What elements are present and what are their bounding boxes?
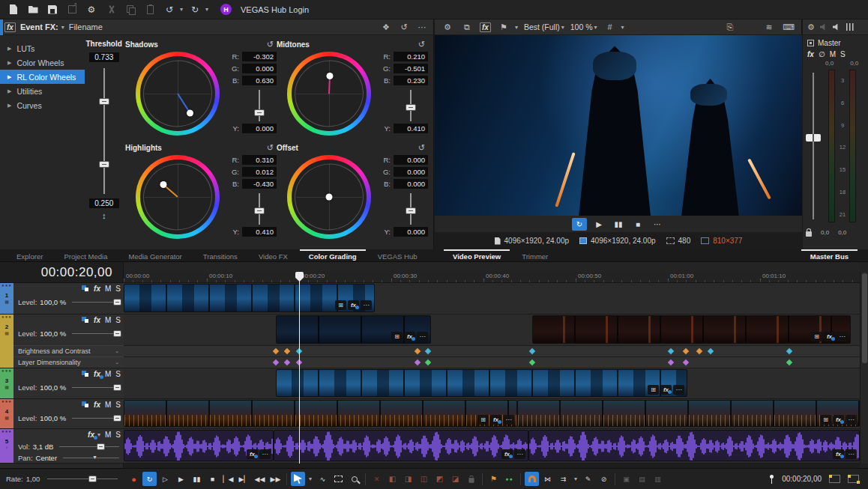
wheel-reset-icon[interactable]: ↺ [267, 143, 274, 153]
track-header-3[interactable]: ●●●3▦fxMSLevel:100,0 % [0, 368, 124, 399]
split-screen-icon[interactable]: ⧉ [460, 22, 474, 32]
keyframe-diamond[interactable] [786, 348, 792, 354]
timeline-body[interactable]: 00:00:0000:00:1000:00:2000:00:3000:00:40… [124, 262, 860, 468]
edit-tool-button[interactable] [291, 472, 305, 486]
master-phase-button[interactable]: ∅ [819, 50, 825, 58]
track-fx-button[interactable]: fx [94, 370, 100, 378]
tab-transitions[interactable]: Transitions [194, 249, 247, 262]
y-slider-handle[interactable] [406, 104, 416, 111]
lock-event-button[interactable] [464, 472, 478, 486]
mixer-settings-gear-icon[interactable]: ⚙ [807, 22, 815, 32]
compositing-mode-icon[interactable] [82, 317, 89, 324]
rate-slider-handle[interactable] [88, 476, 97, 482]
preview-play-button[interactable]: ▶ [591, 218, 606, 231]
keyframe-diamond[interactable] [668, 359, 674, 365]
plugin-row-brightness-and-contrast[interactable]: Brightness and Contrast⌄ [13, 345, 124, 356]
event-more-button[interactable]: ⋯ [417, 332, 428, 341]
track-fx-button[interactable]: fx [94, 285, 100, 293]
tab-color-grading[interactable]: Color Grading [300, 249, 366, 262]
wheel-indicator-dot[interactable] [327, 73, 334, 79]
play-from-start-button[interactable]: ▷ [158, 472, 172, 486]
event-more-button[interactable]: ⋯ [259, 449, 271, 459]
keyframe-diamond[interactable] [273, 359, 279, 365]
keyframe-diamond[interactable] [284, 359, 290, 365]
envelope-edit-tool-button[interactable]: ∿ [316, 472, 330, 486]
auto-ripple-menu-button[interactable]: ▾ [572, 472, 579, 486]
stop-button[interactable]: ■ [205, 472, 220, 486]
highlights-y-slider[interactable] [259, 193, 260, 225]
event-pan-crop-button[interactable]: ⊞ [477, 415, 489, 425]
preview-quality-select[interactable]: Best (Full)▾ [524, 22, 564, 31]
master-solo-button[interactable]: S [840, 50, 846, 58]
fader-lock-icon[interactable] [806, 231, 812, 237]
keyframe-diamond[interactable] [415, 359, 421, 365]
shadows-green-value[interactable]: 0.000 [242, 64, 277, 73]
wheel-reset-icon[interactable]: ↺ [418, 143, 425, 153]
save-project-button[interactable] [45, 3, 60, 16]
event-ungroup-button[interactable]: ▥ [651, 472, 665, 486]
project-properties-button[interactable]: ⚙ [84, 3, 99, 16]
keyframe-diamond[interactable] [415, 348, 421, 354]
track-mute-button[interactable]: M [105, 370, 111, 378]
loop-playback-button[interactable]: ↻ [142, 472, 157, 486]
rewind-button[interactable]: ◀◀ [253, 472, 267, 486]
offset-blue-value[interactable]: 0.000 [394, 179, 428, 189]
preview-mode-caret[interactable]: ▾ [515, 24, 518, 31]
tab-explorer[interactable]: Explorer [7, 249, 52, 262]
keyframe-diamond[interactable] [273, 348, 279, 354]
event-fx-button[interactable]: fx [247, 449, 258, 459]
auto-crossfade-button[interactable]: ⋈ [540, 472, 555, 486]
tab-video-fx[interactable]: Video FX [250, 249, 297, 262]
timeline-event[interactable]: ⊞fx⋯ [532, 315, 851, 344]
loop-region-button[interactable] [829, 475, 840, 483]
shadows-red-value[interactable]: -0.302 [242, 52, 277, 61]
lane-a1[interactable]: fx⋯fx⋯fx⋯ [124, 429, 860, 464]
track-color-strip[interactable]: ●●●3▦ [0, 368, 13, 398]
event-fx-dropdown-caret[interactable]: ▾ [61, 24, 64, 31]
midtones-red-value[interactable]: 0.210 [394, 52, 428, 61]
track-header-4[interactable]: ●●●4▦fxMSLevel:100,0 % [0, 399, 124, 429]
cursor-time-display[interactable]: 00:00:20,00 [0, 262, 123, 283]
redo-menu-caret[interactable]: ▾ [205, 6, 208, 13]
tab-media-generator[interactable]: Media Generator [119, 249, 190, 262]
master-fx-button[interactable]: fx [807, 50, 814, 58]
wheel-indicator-dot[interactable] [187, 110, 193, 117]
offset-color-wheel[interactable] [287, 155, 371, 239]
trim-event-start-button[interactable]: ◧ [385, 472, 400, 486]
scrollbar-handle[interactable] [862, 273, 867, 363]
downmix-output-icon[interactable] [833, 24, 840, 31]
undo-button[interactable]: ↺ [162, 3, 177, 16]
reset-all-icon[interactable]: ↺ [397, 22, 411, 32]
preview-stop-button[interactable]: ■ [630, 218, 645, 231]
lock-envelopes-to-events-button[interactable]: ✎ [581, 472, 595, 486]
preview-mode-flag-icon[interactable]: ⚑ [497, 22, 510, 32]
track-fx-button[interactable]: fx [94, 316, 100, 324]
timeline-event[interactable]: fx⋯ [528, 430, 860, 461]
midtones-color-wheel[interactable] [287, 52, 371, 136]
timeline-event[interactable]: ⊞fx⋯ [276, 369, 687, 397]
plugin-chain-icon[interactable]: ❖ [379, 22, 393, 32]
delete-event-button[interactable]: × [370, 472, 384, 486]
highlights-green-value[interactable]: 0.012 [242, 167, 277, 177]
zoom-edit-tool-button[interactable] [347, 472, 361, 486]
keyframe-diamond[interactable] [284, 348, 290, 354]
timeline-event[interactable]: ⊞fx⋯ [124, 400, 517, 427]
track-mute-button[interactable]: M [105, 401, 111, 409]
vegas-hub-login-button[interactable]: VEGAS Hub Login [241, 5, 309, 14]
track-mute-button[interactable]: M [105, 316, 111, 324]
wheel-indicator-dot[interactable] [160, 181, 167, 188]
fast-forward-button[interactable]: ▶▶ [268, 472, 283, 486]
trim-event-end-button[interactable]: ◨ [401, 472, 415, 486]
highlights-color-wheel[interactable] [136, 155, 220, 239]
event-pan-crop-button[interactable]: ⊞ [820, 415, 831, 425]
midtones-y-value[interactable]: 0.410 [394, 124, 428, 133]
tab-master-bus[interactable]: Master Bus [801, 249, 858, 262]
enable-snapping-button[interactable] [525, 472, 539, 486]
video-output-fx-icon[interactable]: fx [480, 22, 491, 32]
compositing-mode-icon[interactable] [82, 371, 89, 377]
tab-vegas-hub[interactable]: VEGAS Hub [369, 249, 427, 262]
keyframe-diamond[interactable] [786, 359, 792, 365]
highlights-red-value[interactable]: 0.310 [242, 155, 277, 165]
event-more-button[interactable]: ⋯ [673, 385, 684, 395]
sidebar-item-utilities[interactable]: ▶Utilities [0, 84, 85, 98]
